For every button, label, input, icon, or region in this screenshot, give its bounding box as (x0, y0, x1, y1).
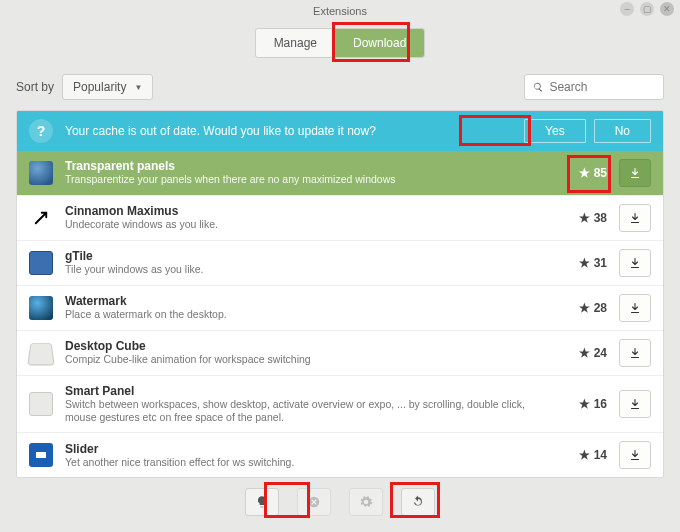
extension-text: Desktop CubeCompiz Cube-like animation f… (65, 339, 547, 366)
extension-row[interactable]: SliderYet another nice transition effect… (17, 432, 663, 477)
download-icon (629, 257, 641, 269)
tab-manage[interactable]: Manage (256, 29, 335, 57)
extension-stars: ★38 (559, 211, 607, 225)
extension-icon (27, 343, 54, 365)
download-button[interactable] (619, 204, 651, 232)
extension-text: Smart PanelSwitch between workspaces, sh… (65, 384, 547, 424)
bottom-toolbar (16, 478, 664, 520)
extension-row[interactable]: Cinnamon MaximusUndecorate windows as yo… (17, 195, 663, 240)
extension-description: Yet another nice transition effect for w… (65, 456, 547, 469)
tab-row: Manage Download (0, 22, 680, 68)
search-box[interactable] (524, 74, 664, 100)
extension-icon (29, 161, 53, 185)
download-icon (629, 398, 641, 410)
chevron-down-icon: ▼ (134, 83, 142, 92)
banner-no-button[interactable]: No (594, 119, 651, 143)
extension-name: gTile (65, 249, 547, 263)
extension-stars: ★28 (559, 301, 607, 315)
download-icon (629, 302, 641, 314)
sort-row: Sort by Popularity ▼ (16, 68, 664, 110)
extension-icon (29, 392, 53, 416)
remove-icon (307, 495, 321, 509)
star-count: 38 (594, 211, 607, 225)
minimize-button[interactable]: – (620, 2, 634, 16)
lightbulb-icon (255, 495, 269, 509)
extension-description: Transparentize your panels when there ar… (65, 173, 547, 186)
sort-label: Sort by (16, 80, 54, 94)
star-icon: ★ (579, 166, 590, 180)
star-icon: ★ (579, 256, 590, 270)
titlebar: Extensions – ▢ ✕ (0, 0, 680, 22)
extension-name: Desktop Cube (65, 339, 547, 353)
question-icon: ? (29, 119, 53, 143)
banner-yes-button[interactable]: Yes (524, 119, 586, 143)
download-icon (629, 167, 641, 179)
extension-icon (29, 206, 53, 230)
download-button[interactable] (619, 249, 651, 277)
sort-value: Popularity (73, 80, 126, 94)
extension-description: Undecorate windows as you like. (65, 218, 547, 231)
window-title: Extensions (313, 5, 367, 17)
extension-row[interactable]: Transparent panelsTransparentize your pa… (17, 151, 663, 195)
extension-stars: ★14 (559, 448, 607, 462)
star-count: 16 (594, 397, 607, 411)
extension-text: Cinnamon MaximusUndecorate windows as yo… (65, 204, 547, 231)
star-icon: ★ (579, 397, 590, 411)
extension-row[interactable]: WatermarkPlace a watermark on the deskto… (17, 285, 663, 330)
extension-description: Compiz Cube-like animation for workspace… (65, 353, 547, 366)
star-count: 28 (594, 301, 607, 315)
extension-description: Tile your windows as you like. (65, 263, 547, 276)
extension-row[interactable]: Smart PanelSwitch between workspaces, sh… (17, 375, 663, 432)
extension-description: Switch between workspaces, show desktop,… (65, 398, 547, 424)
search-icon (533, 81, 543, 93)
refresh-icon (411, 495, 425, 509)
download-button[interactable] (619, 339, 651, 367)
extension-row[interactable]: gTileTile your windows as you like.★31 (17, 240, 663, 285)
star-icon: ★ (579, 301, 590, 315)
download-icon (629, 212, 641, 224)
extension-name: Slider (65, 442, 547, 456)
remove-button[interactable] (297, 488, 331, 516)
extensions-panel: ? Your cache is out of date. Would you l… (16, 110, 664, 478)
download-button[interactable] (619, 159, 651, 187)
download-button[interactable] (619, 441, 651, 469)
star-icon: ★ (579, 346, 590, 360)
extension-name: Cinnamon Maximus (65, 204, 547, 218)
tab-download[interactable]: Download (335, 29, 424, 57)
extension-name: Smart Panel (65, 384, 547, 398)
extension-text: Transparent panelsTransparentize your pa… (65, 159, 547, 186)
extension-text: WatermarkPlace a watermark on the deskto… (65, 294, 547, 321)
settings-button[interactable] (349, 488, 383, 516)
about-button[interactable] (245, 488, 279, 516)
refresh-button[interactable] (401, 488, 435, 516)
star-icon: ★ (579, 448, 590, 462)
cache-banner: ? Your cache is out of date. Would you l… (17, 111, 663, 151)
extension-text: SliderYet another nice transition effect… (65, 442, 547, 469)
sort-dropdown[interactable]: Popularity ▼ (62, 74, 153, 100)
extension-icon (29, 296, 53, 320)
gear-icon (359, 495, 373, 509)
extension-name: Watermark (65, 294, 547, 308)
download-icon (629, 347, 641, 359)
star-count: 31 (594, 256, 607, 270)
extension-description: Place a watermark on the desktop. (65, 308, 547, 321)
extension-stars: ★85 (559, 166, 607, 180)
extension-text: gTileTile your windows as you like. (65, 249, 547, 276)
search-input[interactable] (549, 80, 655, 94)
extension-icon (29, 443, 53, 467)
close-button[interactable]: ✕ (660, 2, 674, 16)
maximize-button[interactable]: ▢ (640, 2, 654, 16)
extension-stars: ★16 (559, 397, 607, 411)
download-icon (629, 449, 641, 461)
download-button[interactable] (619, 294, 651, 322)
download-button[interactable] (619, 390, 651, 418)
star-icon: ★ (579, 211, 590, 225)
banner-message: Your cache is out of date. Would you lik… (65, 124, 376, 138)
star-count: 24 (594, 346, 607, 360)
star-count: 14 (594, 448, 607, 462)
extension-stars: ★31 (559, 256, 607, 270)
extension-name: Transparent panels (65, 159, 547, 173)
extension-stars: ★24 (559, 346, 607, 360)
extension-icon (29, 251, 53, 275)
extension-row[interactable]: Desktop CubeCompiz Cube-like animation f… (17, 330, 663, 375)
